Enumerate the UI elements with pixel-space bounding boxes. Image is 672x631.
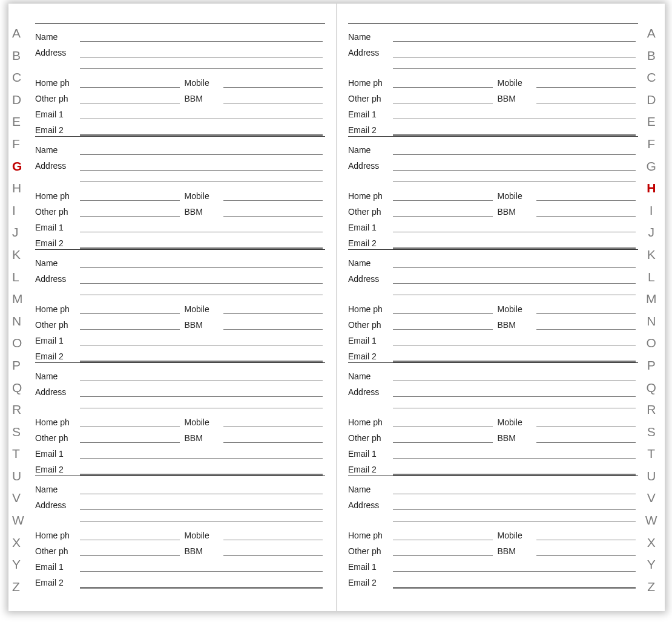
- field-mobile[interactable]: [223, 529, 323, 540]
- field-email1[interactable]: [393, 447, 636, 459]
- field-home-ph[interactable]: [80, 189, 180, 201]
- field-other-ph[interactable]: [80, 205, 180, 217]
- field-address-1[interactable]: [393, 385, 636, 397]
- field-address-2[interactable]: [80, 397, 323, 408]
- field-email2[interactable]: [80, 237, 323, 248]
- field-bbm[interactable]: [223, 431, 323, 443]
- field-other-ph[interactable]: [393, 92, 493, 103]
- field-email2[interactable]: [80, 123, 323, 135]
- index-letter-k[interactable]: K: [12, 248, 31, 261]
- index-letter-h[interactable]: H: [642, 181, 661, 194]
- field-bbm[interactable]: [536, 431, 636, 443]
- index-letter-w[interactable]: W: [642, 514, 661, 526]
- field-other-ph[interactable]: [80, 318, 180, 330]
- field-email2[interactable]: [80, 350, 323, 361]
- field-address-1[interactable]: [80, 272, 323, 284]
- index-letter-q[interactable]: Q: [642, 381, 661, 394]
- index-letter-r[interactable]: R: [642, 403, 661, 416]
- field-name[interactable]: [393, 370, 636, 381]
- index-letter-v[interactable]: V: [12, 491, 31, 504]
- index-letter-m[interactable]: M: [12, 292, 31, 305]
- field-mobile[interactable]: [223, 76, 323, 88]
- index-letter-j[interactable]: J: [12, 226, 31, 238]
- field-other-ph[interactable]: [393, 544, 493, 556]
- field-address-2[interactable]: [393, 284, 636, 295]
- field-mobile[interactable]: [536, 416, 636, 427]
- field-bbm[interactable]: [223, 205, 323, 217]
- field-name[interactable]: [393, 257, 636, 268]
- index-letter-s[interactable]: S: [12, 425, 31, 438]
- field-bbm[interactable]: [536, 544, 636, 556]
- field-name[interactable]: [80, 483, 323, 494]
- index-letter-c[interactable]: C: [642, 71, 661, 83]
- index-letter-t[interactable]: T: [12, 447, 31, 460]
- field-name[interactable]: [80, 257, 323, 268]
- index-letter-x[interactable]: X: [642, 536, 661, 549]
- index-letter-q[interactable]: Q: [12, 381, 31, 394]
- field-name[interactable]: [80, 370, 323, 381]
- field-address-2[interactable]: [393, 510, 636, 521]
- field-mobile[interactable]: [223, 416, 323, 427]
- field-bbm[interactable]: [223, 318, 323, 330]
- index-letter-o[interactable]: O: [642, 336, 661, 349]
- index-letter-m[interactable]: M: [642, 292, 661, 305]
- index-letter-f[interactable]: F: [12, 137, 31, 150]
- index-letter-r[interactable]: R: [12, 403, 31, 416]
- field-email1[interactable]: [80, 108, 323, 119]
- index-letter-y[interactable]: Y: [12, 558, 31, 571]
- field-mobile[interactable]: [536, 529, 636, 540]
- index-letter-k[interactable]: K: [642, 248, 661, 261]
- index-letter-g[interactable]: G: [12, 160, 31, 172]
- field-mobile[interactable]: [536, 302, 636, 314]
- index-letter-f[interactable]: F: [642, 137, 661, 150]
- field-address-1[interactable]: [80, 499, 323, 510]
- field-name[interactable]: [80, 143, 323, 155]
- field-address-1[interactable]: [80, 159, 323, 171]
- field-email2[interactable]: [80, 463, 323, 474]
- field-mobile[interactable]: [223, 302, 323, 314]
- field-bbm[interactable]: [223, 92, 323, 103]
- field-email1[interactable]: [393, 334, 636, 345]
- field-email2[interactable]: [393, 576, 636, 587]
- index-letter-h[interactable]: H: [12, 181, 31, 194]
- field-mobile[interactable]: [536, 189, 636, 201]
- field-address-1[interactable]: [393, 272, 636, 284]
- index-letter-b[interactable]: B: [12, 49, 31, 62]
- index-letter-i[interactable]: I: [642, 204, 661, 217]
- field-address-2[interactable]: [80, 171, 323, 182]
- field-home-ph[interactable]: [393, 302, 493, 314]
- field-email1[interactable]: [80, 447, 323, 459]
- field-mobile[interactable]: [536, 76, 636, 88]
- field-bbm[interactable]: [536, 318, 636, 330]
- index-letter-n[interactable]: N: [642, 315, 661, 327]
- field-email1[interactable]: [80, 221, 323, 232]
- index-letter-i[interactable]: I: [12, 204, 31, 217]
- field-name[interactable]: [393, 143, 636, 155]
- index-letter-p[interactable]: P: [12, 359, 31, 371]
- field-address-1[interactable]: [393, 499, 636, 510]
- field-bbm[interactable]: [536, 205, 636, 217]
- field-home-ph[interactable]: [80, 76, 180, 88]
- field-name[interactable]: [393, 30, 636, 42]
- field-email1[interactable]: [80, 334, 323, 345]
- field-address-2[interactable]: [393, 397, 636, 408]
- index-letter-z[interactable]: Z: [642, 580, 661, 593]
- field-address-1[interactable]: [393, 46, 636, 57]
- field-address-1[interactable]: [80, 385, 323, 397]
- index-letter-u[interactable]: U: [642, 469, 661, 482]
- field-home-ph[interactable]: [393, 416, 493, 427]
- index-letter-l[interactable]: L: [12, 270, 31, 283]
- field-email1[interactable]: [393, 221, 636, 232]
- index-letter-p[interactable]: P: [642, 359, 661, 371]
- field-address-2[interactable]: [80, 57, 323, 69]
- field-address-2[interactable]: [393, 171, 636, 182]
- index-letter-z[interactable]: Z: [12, 580, 31, 593]
- index-letter-d[interactable]: D: [12, 93, 31, 106]
- index-letter-s[interactable]: S: [642, 425, 661, 438]
- index-letter-g[interactable]: G: [642, 160, 661, 172]
- field-address-1[interactable]: [393, 159, 636, 171]
- field-email2[interactable]: [393, 237, 636, 248]
- field-address-2[interactable]: [393, 57, 636, 69]
- index-letter-a[interactable]: A: [642, 27, 661, 39]
- field-address-2[interactable]: [80, 284, 323, 295]
